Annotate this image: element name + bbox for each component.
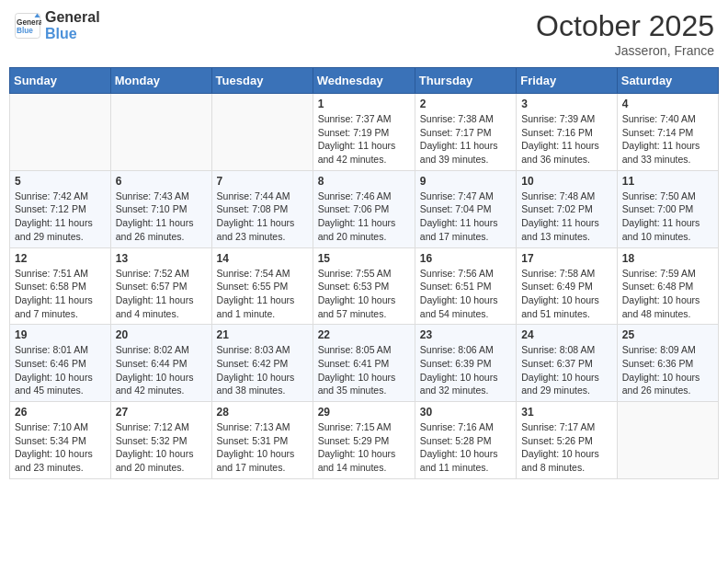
day-info: Sunrise: 7:10 AM Sunset: 5:34 PM Dayligh… (15, 420, 106, 475)
calendar-cell: 16Sunrise: 7:56 AM Sunset: 6:51 PM Dayli… (415, 247, 516, 325)
calendar-cell (110, 94, 211, 171)
day-number: 2 (420, 98, 511, 110)
logo-blue-text: Blue (45, 26, 100, 42)
calendar-cell: 21Sunrise: 8:03 AM Sunset: 6:42 PM Dayli… (211, 325, 313, 402)
day-number: 29 (318, 406, 410, 419)
calendar-cell: 8Sunrise: 7:46 AM Sunset: 7:06 PM Daylig… (313, 170, 415, 247)
day-number: 6 (116, 175, 207, 188)
calendar-cell: 24Sunrise: 8:08 AM Sunset: 6:37 PM Dayli… (517, 325, 618, 402)
day-header-monday: Monday (110, 68, 211, 94)
day-number: 23 (420, 328, 511, 341)
calendar-week-1: 1Sunrise: 7:37 AM Sunset: 7:19 PM Daylig… (10, 94, 719, 171)
day-info: Sunrise: 7:15 AM Sunset: 5:29 PM Dayligh… (318, 420, 410, 475)
day-info: Sunrise: 7:39 AM Sunset: 7:16 PM Dayligh… (521, 112, 612, 167)
day-info: Sunrise: 7:48 AM Sunset: 7:02 PM Dayligh… (521, 190, 612, 244)
day-info: Sunrise: 7:50 AM Sunset: 7:00 PM Dayligh… (622, 190, 713, 244)
calendar-cell: 26Sunrise: 7:10 AM Sunset: 5:34 PM Dayli… (10, 402, 111, 479)
calendar-cell: 9Sunrise: 7:47 AM Sunset: 7:04 PM Daylig… (415, 170, 516, 247)
calendar-cell: 5Sunrise: 7:42 AM Sunset: 7:12 PM Daylig… (10, 170, 111, 247)
calendar-cell (10, 94, 111, 171)
calendar-cell: 11Sunrise: 7:50 AM Sunset: 7:00 PM Dayli… (617, 170, 718, 247)
calendar-cell: 10Sunrise: 7:48 AM Sunset: 7:02 PM Dayli… (517, 170, 618, 247)
day-info: Sunrise: 7:54 AM Sunset: 6:55 PM Dayligh… (217, 267, 308, 321)
day-info: Sunrise: 7:52 AM Sunset: 6:57 PM Dayligh… (116, 267, 207, 321)
day-info: Sunrise: 7:58 AM Sunset: 6:49 PM Dayligh… (521, 267, 612, 321)
logo: General Blue General Blue (14, 9, 100, 41)
day-number: 4 (622, 98, 713, 110)
day-info: Sunrise: 8:08 AM Sunset: 6:37 PM Dayligh… (521, 343, 612, 397)
day-info: Sunrise: 8:06 AM Sunset: 6:39 PM Dayligh… (420, 343, 511, 397)
day-number: 31 (521, 406, 612, 419)
day-number: 8 (318, 175, 410, 188)
day-header-saturday: Saturday (617, 68, 718, 94)
day-info: Sunrise: 7:44 AM Sunset: 7:08 PM Dayligh… (217, 190, 308, 244)
day-info: Sunrise: 7:17 AM Sunset: 5:26 PM Dayligh… (521, 420, 612, 475)
calendar-cell (211, 94, 313, 171)
day-info: Sunrise: 7:56 AM Sunset: 6:51 PM Dayligh… (420, 267, 511, 321)
calendar-cell: 27Sunrise: 7:12 AM Sunset: 5:32 PM Dayli… (110, 402, 211, 479)
day-header-sunday: Sunday (10, 68, 111, 94)
title-section: October 2025 Jasseron, France (536, 9, 714, 58)
calendar-cell: 19Sunrise: 8:01 AM Sunset: 6:46 PM Dayli… (10, 325, 111, 402)
day-info: Sunrise: 7:59 AM Sunset: 6:48 PM Dayligh… (622, 267, 713, 321)
calendar-cell: 15Sunrise: 7:55 AM Sunset: 6:53 PM Dayli… (313, 247, 415, 325)
day-number: 14 (217, 252, 308, 265)
days-header-row: SundayMondayTuesdayWednesdayThursdayFrid… (10, 68, 719, 94)
logo-icon: General Blue (14, 12, 41, 40)
day-info: Sunrise: 7:55 AM Sunset: 6:53 PM Dayligh… (318, 267, 410, 321)
day-info: Sunrise: 7:12 AM Sunset: 5:32 PM Dayligh… (116, 420, 207, 475)
calendar-cell: 31Sunrise: 7:17 AM Sunset: 5:26 PM Dayli… (517, 402, 618, 479)
day-number: 19 (15, 328, 106, 341)
calendar-cell: 7Sunrise: 7:44 AM Sunset: 7:08 PM Daylig… (211, 170, 313, 247)
logo-text: General Blue (45, 9, 100, 41)
day-number: 12 (15, 252, 106, 265)
day-number: 1 (318, 98, 410, 110)
day-number: 13 (116, 252, 207, 265)
day-number: 24 (521, 328, 612, 341)
day-info: Sunrise: 7:43 AM Sunset: 7:10 PM Dayligh… (116, 190, 207, 244)
day-number: 21 (217, 328, 308, 341)
day-info: Sunrise: 7:47 AM Sunset: 7:04 PM Dayligh… (420, 190, 511, 244)
day-header-tuesday: Tuesday (211, 68, 313, 94)
day-number: 20 (116, 328, 207, 341)
calendar-cell: 20Sunrise: 8:02 AM Sunset: 6:44 PM Dayli… (110, 325, 211, 402)
day-header-friday: Friday (517, 68, 618, 94)
day-info: Sunrise: 7:51 AM Sunset: 6:58 PM Dayligh… (15, 267, 106, 321)
location-subtitle: Jasseron, France (536, 43, 714, 58)
day-info: Sunrise: 7:37 AM Sunset: 7:19 PM Dayligh… (318, 112, 410, 167)
calendar-cell: 6Sunrise: 7:43 AM Sunset: 7:10 PM Daylig… (110, 170, 211, 247)
day-info: Sunrise: 8:05 AM Sunset: 6:41 PM Dayligh… (318, 343, 410, 397)
svg-text:General: General (17, 17, 41, 26)
calendar-cell: 4Sunrise: 7:40 AM Sunset: 7:14 PM Daylig… (617, 94, 718, 171)
calendar-cell: 25Sunrise: 8:09 AM Sunset: 6:36 PM Dayli… (617, 325, 718, 402)
day-number: 10 (521, 175, 612, 188)
day-number: 16 (420, 252, 511, 265)
day-info: Sunrise: 7:40 AM Sunset: 7:14 PM Dayligh… (622, 112, 713, 167)
day-info: Sunrise: 7:38 AM Sunset: 7:17 PM Dayligh… (420, 112, 511, 167)
day-number: 9 (420, 175, 511, 188)
calendar-week-4: 19Sunrise: 8:01 AM Sunset: 6:46 PM Dayli… (10, 325, 719, 402)
day-info: Sunrise: 8:09 AM Sunset: 6:36 PM Dayligh… (622, 343, 713, 397)
calendar-cell: 22Sunrise: 8:05 AM Sunset: 6:41 PM Dayli… (313, 325, 415, 402)
calendar-cell: 1Sunrise: 7:37 AM Sunset: 7:19 PM Daylig… (313, 94, 415, 171)
calendar-cell: 2Sunrise: 7:38 AM Sunset: 7:17 PM Daylig… (415, 94, 516, 171)
day-info: Sunrise: 7:13 AM Sunset: 5:31 PM Dayligh… (217, 420, 308, 475)
day-number: 22 (318, 328, 410, 341)
day-number: 5 (15, 175, 106, 188)
calendar-cell: 30Sunrise: 7:16 AM Sunset: 5:28 PM Dayli… (415, 402, 516, 479)
day-number: 11 (622, 175, 713, 188)
calendar-cell: 3Sunrise: 7:39 AM Sunset: 7:16 PM Daylig… (517, 94, 618, 171)
calendar-week-2: 5Sunrise: 7:42 AM Sunset: 7:12 PM Daylig… (10, 170, 719, 247)
day-info: Sunrise: 8:01 AM Sunset: 6:46 PM Dayligh… (15, 343, 106, 397)
day-number: 17 (521, 252, 612, 265)
day-number: 18 (622, 252, 713, 265)
calendar-cell: 29Sunrise: 7:15 AM Sunset: 5:29 PM Dayli… (313, 402, 415, 479)
calendar-week-5: 26Sunrise: 7:10 AM Sunset: 5:34 PM Dayli… (10, 402, 719, 479)
logo-general-text: General (45, 9, 100, 26)
day-header-wednesday: Wednesday (313, 68, 415, 94)
page-header: General Blue General Blue October 2025 J… (9, 9, 719, 58)
day-number: 25 (622, 328, 713, 341)
calendar-week-3: 12Sunrise: 7:51 AM Sunset: 6:58 PM Dayli… (10, 247, 719, 325)
day-number: 26 (15, 406, 106, 419)
day-number: 15 (318, 252, 410, 265)
